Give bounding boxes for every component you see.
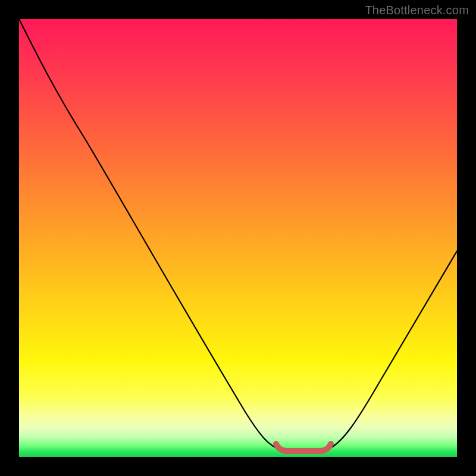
plot-area <box>19 19 457 457</box>
curve-path <box>19 19 457 452</box>
chart-frame: TheBottleneck.com <box>0 0 476 476</box>
attribution-text: TheBottleneck.com <box>365 4 469 17</box>
bottleneck-curve <box>19 19 457 457</box>
minimum-marker <box>276 444 331 451</box>
